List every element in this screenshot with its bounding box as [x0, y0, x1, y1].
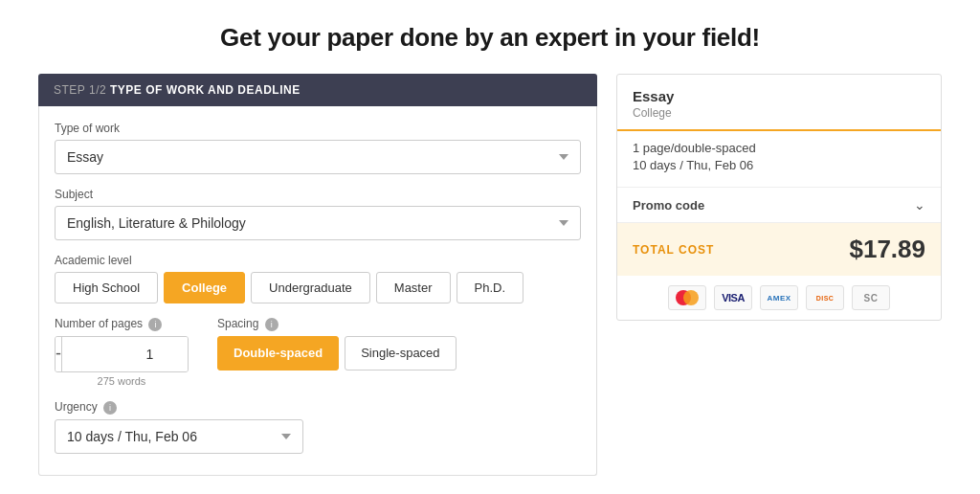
pages-spacing-row: Number of pages i - + 275 words Spacing — [55, 317, 581, 387]
urgency-group: Urgency i 10 days / Thu, Feb 06 — [55, 400, 581, 454]
spacing-label: Spacing i — [217, 317, 457, 331]
pages-label: Number of pages i — [55, 317, 189, 331]
total-cost-label: TOTAL COST — [633, 243, 714, 257]
content-row: STEP 1/2 TYPE OF WORK AND DEADLINE Type … — [38, 74, 942, 476]
promo-label: Promo code — [633, 198, 704, 213]
pages-info-icon: i — [148, 318, 162, 331]
total-row: TOTAL COST $17.89 — [617, 223, 941, 276]
words-hint: 275 words — [55, 375, 189, 387]
academic-level-btn-group: High School College Undergraduate Master… — [55, 272, 581, 303]
discover-icon: DISC — [806, 285, 844, 310]
promo-chevron-icon: ⌄ — [914, 197, 925, 213]
payment-icons-row: VISA AMEX DISC SC — [617, 276, 941, 320]
form-panel: STEP 1/2 TYPE OF WORK AND DEADLINE Type … — [38, 74, 597, 476]
step-header: STEP 1/2 TYPE OF WORK AND DEADLINE — [38, 74, 597, 106]
pages-group: Number of pages i - + 275 words — [55, 317, 189, 387]
summary-level: College — [633, 106, 925, 120]
academic-level-label: Academic level — [55, 254, 581, 267]
total-price: $17.89 — [849, 235, 925, 264]
type-of-work-group: Type of work Essay — [55, 122, 581, 174]
spacing-info-icon: i — [265, 318, 278, 331]
summary-deadline: 10 days / Thu, Feb 06 — [633, 158, 925, 172]
svg-point-1 — [683, 290, 699, 305]
double-spaced-button[interactable]: Double-spaced — [217, 336, 339, 370]
promo-row[interactable]: Promo code ⌄ — [617, 188, 941, 223]
level-btn-master[interactable]: Master — [376, 272, 451, 303]
sc-icon: SC — [852, 285, 890, 310]
level-btn-college[interactable]: College — [164, 272, 245, 303]
summary-pages: 1 page/double-spaced — [633, 141, 925, 155]
mastercard-icon — [668, 285, 706, 310]
type-of-work-select[interactable]: Essay — [55, 140, 581, 174]
subject-group: Subject English, Literature & Philology — [55, 188, 581, 240]
step-title: TYPE OF WORK AND DEADLINE — [110, 83, 301, 97]
page-title: Get your paper done by an expert in your… — [38, 23, 942, 53]
urgency-info-icon: i — [103, 401, 117, 415]
single-spaced-button[interactable]: Single-spaced — [345, 336, 456, 370]
amex-icon: AMEX — [760, 285, 798, 310]
level-btn-high-school[interactable]: High School — [55, 272, 158, 303]
urgency-select[interactable]: 10 days / Thu, Feb 06 — [55, 419, 303, 454]
form-body: Type of work Essay Subject English, Lite… — [38, 106, 597, 476]
visa-icon: VISA — [714, 285, 752, 310]
summary-panel: Essay College 1 page/double-spaced 10 da… — [616, 74, 942, 321]
summary-details: 1 page/double-spaced 10 days / Thu, Feb … — [617, 131, 941, 188]
level-btn-undergraduate[interactable]: Undergraduate — [251, 272, 370, 303]
subject-label: Subject — [55, 188, 581, 201]
summary-top: Essay College — [617, 75, 941, 131]
subject-select[interactable]: English, Literature & Philology — [55, 206, 581, 240]
academic-level-group: Academic level High School College Under… — [55, 254, 581, 303]
summary-work-type: Essay — [633, 88, 925, 104]
type-of-work-label: Type of work — [55, 122, 581, 135]
spacing-group: Spacing i Double-spaced Single-spaced — [217, 317, 457, 370]
pages-input[interactable] — [62, 337, 189, 371]
stepper-row: - + — [55, 336, 189, 372]
decrement-pages-button[interactable]: - — [56, 337, 62, 371]
page-wrapper: Get your paper done by an expert in your… — [0, 0, 980, 494]
urgency-label: Urgency i — [55, 400, 581, 415]
level-btn-phd[interactable]: Ph.D. — [457, 272, 524, 303]
spacing-btn-group: Double-spaced Single-spaced — [217, 336, 457, 370]
step-number: STEP 1/2 — [54, 83, 106, 97]
